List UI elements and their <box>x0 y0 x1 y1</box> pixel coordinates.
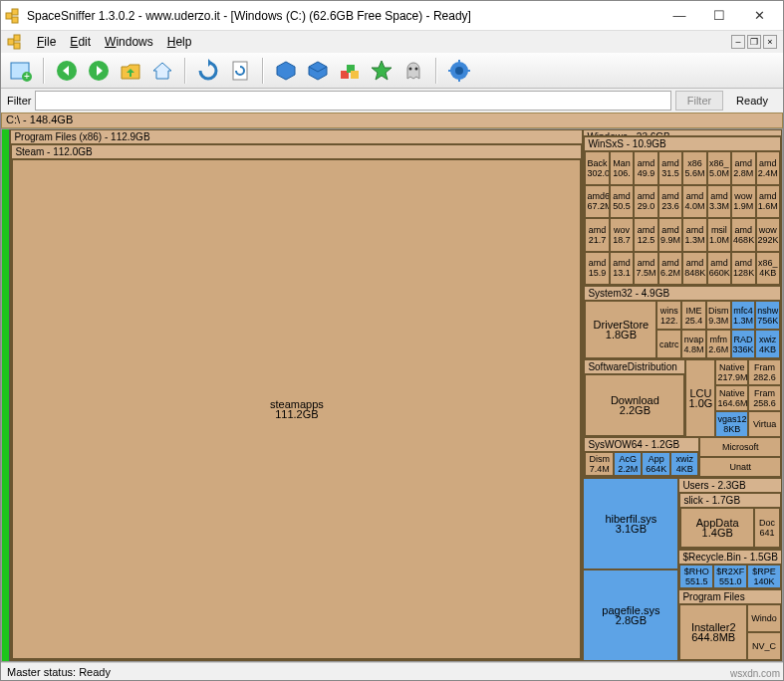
winsxs-item[interactable]: amd 848K <box>682 252 706 286</box>
system32-item[interactable]: mfc4 1.3M <box>731 301 756 330</box>
softdist-item[interactable]: Native 164.6M <box>715 385 748 411</box>
menu-file[interactable]: File <box>37 35 56 49</box>
winsxs-item[interactable]: amd 7.5M <box>634 252 657 286</box>
minimize-button[interactable]: — <box>659 4 699 28</box>
winsxs-item[interactable]: wov 18.7 <box>610 218 634 252</box>
winsxs-item[interactable]: amd 49.9 <box>634 151 657 185</box>
winsxs-item[interactable]: amd 3.3M <box>707 185 731 219</box>
winsxs-item[interactable]: amd 6.2M <box>658 252 682 286</box>
block-appdata[interactable]: AppData 1.4GB <box>680 508 754 548</box>
menu-help[interactable]: Help <box>167 35 192 49</box>
close-button[interactable]: ✕ <box>739 4 779 28</box>
refresh-page-button[interactable] <box>226 57 254 85</box>
block-system32[interactable]: System32 - 4.9GB DriverStore 1.8GB wins … <box>584 286 781 359</box>
winsxs-item[interactable]: amd 660K <box>707 252 731 286</box>
winsxs-item[interactable]: amd 4.0M <box>682 185 706 219</box>
block-users[interactable]: Users - 2.3GB slick - 1.7GB AppData 1.4G… <box>678 478 782 550</box>
system32-item[interactable]: nvap 4.8M <box>681 330 706 358</box>
recycle-item[interactable]: $R2XF 551.0 <box>713 565 747 588</box>
system32-item[interactable]: mfm 2.6M <box>706 330 731 358</box>
home-button[interactable] <box>148 57 176 85</box>
system32-item[interactable]: RAD 336K <box>731 330 756 358</box>
filter-button[interactable]: Filter <box>675 91 723 111</box>
system32-item[interactable]: Dism 9.3M <box>706 301 731 330</box>
softdist-item[interactable]: Native 217.9M <box>715 359 748 385</box>
winsxs-item[interactable]: amd 9.9M <box>658 218 682 252</box>
mdi-minimize[interactable]: – <box>731 35 745 49</box>
block-steamapps[interactable]: steamapps 111.2GB <box>12 159 581 659</box>
block-program-files-x86[interactable]: Program Files (x86) - 112.9GB Steam - 11… <box>10 129 583 661</box>
softdist-item[interactable]: vgas12 8KB <box>715 411 748 437</box>
progfiles-item[interactable]: Windo <box>747 604 781 632</box>
mdi-close[interactable]: × <box>763 35 777 49</box>
ghost-button[interactable] <box>399 57 427 85</box>
star-button[interactable] <box>368 57 395 85</box>
block-lcu[interactable]: LCU 1.0G <box>685 359 715 437</box>
block-download[interactable]: Download 2.2GB <box>585 374 684 436</box>
file-hiberfil[interactable]: hiberfil.sys 3.1GB <box>583 478 678 569</box>
color-boxes-button[interactable] <box>336 57 364 85</box>
syswow-item[interactable]: xwiz 4KB <box>670 452 699 476</box>
block-program-files[interactable]: Program Files Installer2 644.8MB Windo N… <box>678 589 782 661</box>
system32-item[interactable]: wins 122. <box>656 301 681 330</box>
up-folder-button[interactable] <box>117 57 144 85</box>
winsxs-item[interactable]: amd 12.5 <box>634 218 657 252</box>
progfiles-item[interactable]: NV_C <box>747 632 781 660</box>
winsxs-item[interactable]: Back 302.0 <box>585 151 609 185</box>
winsxs-item[interactable]: amd 31.5 <box>658 151 682 185</box>
mdi-restore[interactable]: ❐ <box>747 35 761 49</box>
system32-item[interactable]: catrc <box>656 330 681 358</box>
winsxs-item[interactable]: amd 23.6 <box>658 185 682 219</box>
syswow-item[interactable]: AcG 2.2M <box>614 452 643 476</box>
menu-edit[interactable]: Edit <box>70 35 91 49</box>
softdist-item[interactable]: Fram 258.6 <box>748 385 781 411</box>
block-winsxs[interactable]: WinSxS - 10.9GB Back 302.0Man 106.amd 49… <box>584 136 781 286</box>
winsxs-item[interactable]: x86_ 4KB <box>756 252 780 286</box>
block-steam[interactable]: Steam - 112.0GB steamapps 111.2GB <box>11 144 582 660</box>
winsxs-item[interactable]: x86 5.6M <box>682 151 706 185</box>
back-button[interactable] <box>53 57 81 85</box>
winsxs-item[interactable]: amd 1.3M <box>682 218 706 252</box>
filter-input[interactable] <box>35 91 671 111</box>
winsxs-item[interactable]: amd 2.4M <box>756 151 780 185</box>
block-windows[interactable]: Windows - 23.6GB WinSxS - 10.9GB Back 30… <box>583 129 782 478</box>
system32-item[interactable]: IME 25.4 <box>681 301 706 330</box>
new-window-button[interactable]: + <box>7 57 35 85</box>
winsxs-item[interactable]: amd 128K <box>731 252 755 286</box>
gear-button[interactable] <box>445 57 473 85</box>
winsxs-item[interactable]: msil 1.0M <box>707 218 731 252</box>
blue-box-1-button[interactable] <box>272 57 300 85</box>
blue-box-2-button[interactable] <box>304 57 332 85</box>
winsxs-item[interactable]: wow 1.9M <box>731 185 755 219</box>
system32-item[interactable]: xwiz 4KB <box>755 330 780 358</box>
winsxs-item[interactable]: amd 21.7 <box>585 218 609 252</box>
syswow-item[interactable]: App 664K <box>642 452 670 476</box>
winsxs-item[interactable]: amd6 67.2M <box>585 185 609 219</box>
menu-windows[interactable]: Windows <box>105 35 153 49</box>
block-slick[interactable]: slick - 1.7GB AppData 1.4GB Doc 641 <box>679 493 781 549</box>
winsxs-item[interactable]: x86_ 5.0M <box>707 151 731 185</box>
block-driverstore[interactable]: DriverStore 1.8GB <box>585 301 656 358</box>
winsxs-item[interactable]: amd 15.9 <box>585 252 609 286</box>
winsxs-item[interactable]: wow 292K <box>756 218 780 252</box>
winsxs-item[interactable]: amd 13.1 <box>610 252 634 286</box>
recycle-item[interactable]: $RHO 551.5 <box>679 565 713 588</box>
winsxs-item[interactable]: amd 29.0 <box>634 185 657 219</box>
block-syswow64[interactable]: SysWOW64 - 1.2GB Dism 7.4MAcG 2.2MApp 66… <box>584 437 699 477</box>
winsxs-item[interactable]: amd 2.8M <box>731 151 755 185</box>
maximize-button[interactable]: ☐ <box>699 4 739 28</box>
system32-item[interactable]: nshw 756K <box>755 301 780 330</box>
recycle-item[interactable]: $RPE 140K <box>747 565 781 588</box>
winsxs-item[interactable]: amd 1.6M <box>756 185 780 219</box>
syswow-right-item[interactable]: Microsoft <box>699 437 781 457</box>
block-software-distribution[interactable]: SoftwareDistribution Download 2.2GB <box>584 359 685 437</box>
winsxs-item[interactable]: amd 50.5 <box>610 185 634 219</box>
block-recycle-bin[interactable]: $Recycle.Bin - 1.5GB $RHO 551.5$R2XF 551… <box>678 550 782 589</box>
refresh-button[interactable] <box>194 57 222 85</box>
winsxs-item[interactable]: amd 468K <box>731 218 755 252</box>
block-installer2[interactable]: Installer2 644.8MB <box>679 604 747 660</box>
file-pagefile[interactable]: pagefile.sys 2.8GB <box>583 569 678 661</box>
softdist-item[interactable]: Virtua <box>748 411 781 437</box>
forward-button[interactable] <box>85 57 113 85</box>
winsxs-item[interactable]: Man 106. <box>610 151 634 185</box>
